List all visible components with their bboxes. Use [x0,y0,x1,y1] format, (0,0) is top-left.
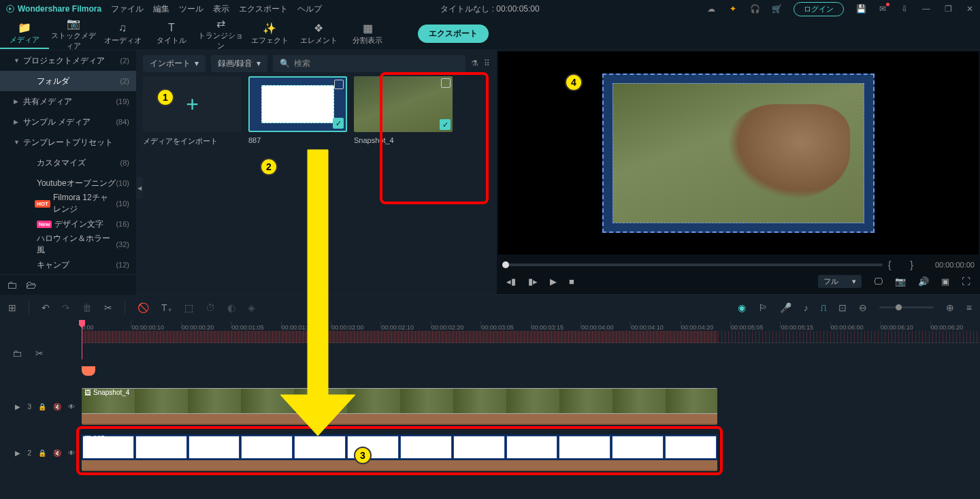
lock-icon[interactable]: 🔒 [38,449,46,457]
tab-split[interactable]: ▦分割表示 [343,19,392,48]
sidebar-item[interactable]: HOTFilmora 12チャレンジ(10) [0,193,136,214]
tab-media[interactable]: 📁メディア [0,18,49,49]
sidebar-item[interactable]: カスタマイズ(8) [0,152,136,173]
media-item-887[interactable]: ✓ 887 [248,76,347,146]
import-dropdown[interactable]: インポート▾ [143,55,206,72]
search-input[interactable]: 🔍検索 [273,55,466,72]
sidebar-item[interactable]: ▶サンプル メディア(84) [0,112,136,132]
notification-icon[interactable]: ✉ [878,4,887,14]
menu-export[interactable]: エクスポート [239,3,288,15]
keyframe-icon[interactable]: ◈ [248,302,255,313]
play-icon[interactable]: ▶ [550,276,557,287]
quality-select[interactable]: フル▾ [818,275,862,288]
timeline-media-icon[interactable]: 🗀 [12,348,22,359]
video-track-icon: ▶ [15,449,20,457]
close-icon[interactable]: ✕ [965,4,975,14]
record-dropdown[interactable]: 録画/録音▾ [211,55,267,72]
sidebar-item[interactable]: キャンプ(12) [0,255,136,275]
timeline-cut-icon[interactable]: ✂ [35,348,44,359]
volume-icon[interactable]: 🔊 [918,276,929,287]
sidebar-item[interactable]: Newデザイン文字(16) [0,214,136,234]
text-add-icon[interactable]: T₊ [161,302,172,313]
delete-icon[interactable]: 🗑 [82,302,92,313]
settings-icon[interactable]: ▣ [941,276,949,287]
crop-icon[interactable]: ⬚ [184,302,193,313]
filter-icon[interactable]: ⚗ [471,59,478,68]
mixer-icon[interactable]: ⎍ [821,302,826,313]
mic-icon[interactable]: 🎤 [780,302,791,313]
track-2-header[interactable]: ▶2 🔒 🔇 👁 [0,430,82,475]
render-icon[interactable]: ◉ [738,302,746,313]
menu-edit[interactable]: 編集 [153,3,169,15]
media-item-snapshot4[interactable]: ✓ Snapshot_4 [354,76,453,146]
display-icon[interactable]: 🖵 [874,276,883,287]
clip-887[interactable]: 🖼887 [82,434,717,471]
zoom-out-icon[interactable]: ⊖ [859,302,867,313]
menu-file[interactable]: ファイル [111,3,144,15]
track-3-header[interactable]: ▶3 🔒 🔇 👁 [0,384,82,429]
sidebar-item[interactable]: ハロウィン＆ホラー風(32) [0,234,136,255]
zoom-in-icon[interactable]: ⊕ [946,302,954,313]
save-icon[interactable]: 💾 [856,4,866,14]
clip-snapshot4[interactable]: 🖼Snapshot_4 [82,388,717,425]
music-icon: ♫ [98,22,147,34]
sidebar-item[interactable]: ▶共有メディア(19) [0,91,136,112]
tab-element[interactable]: ❖エレメント [294,19,343,48]
collapse-sidebar[interactable]: ◀ [136,177,143,199]
play-prev-icon[interactable]: ▮▸ [528,276,538,287]
menu-help[interactable]: ヘルプ [297,3,322,15]
cart-icon[interactable]: 🛒 [772,4,781,14]
minimize-icon[interactable]: — [921,4,931,14]
tab-transition[interactable]: ⇄トランジション [196,14,245,54]
media-panel: インポート▾ 録画/録音▾ 🔍検索 ⚗ ⠿ + メディアをインポート ✓ 887… [136,50,497,294]
download-icon[interactable]: ⇩ [900,4,909,14]
chevron-down-icon: ▾ [257,59,261,68]
sidebar-item[interactable]: ▼プロジェクトメディア(2) [0,50,136,71]
folder-icon[interactable]: 🗁 [26,279,37,291]
new-folder-icon[interactable]: 🗀 [7,279,18,291]
prev-frame-icon[interactable]: ◂▮ [506,276,516,287]
export-button[interactable]: エクスポート [418,25,489,43]
fullscreen-icon[interactable]: ⛶ [962,276,970,287]
audio-icon[interactable]: ♪ [804,302,808,313]
headphones-icon[interactable]: 🎧 [750,4,760,14]
marker-flag-icon[interactable]: 🏳 [758,302,768,313]
cloud-icon[interactable]: ☁ [706,4,716,14]
timeline-settings-icon[interactable]: ≡ [966,302,972,313]
menu-tools[interactable]: ツール [179,3,203,15]
lightbulb-icon[interactable]: ✦ [728,4,738,14]
login-button[interactable]: ログイン [794,2,844,16]
snapshot-icon[interactable]: 📷 [895,276,906,287]
menu-view[interactable]: 表示 [213,3,229,15]
redo-icon[interactable]: ↷ [62,302,70,313]
sidebar-item[interactable]: Youtubeオープニング(10) [0,173,136,193]
tab-effect[interactable]: ✨エフェクト [245,19,294,48]
transition-icon: ⇄ [196,17,245,29]
undo-icon[interactable]: ↶ [42,302,50,313]
hide-icon[interactable]: 👁 [68,449,75,457]
speed-icon[interactable]: ⏱ [206,302,215,313]
mute-icon[interactable]: 🔇 [53,403,61,411]
hide-icon[interactable]: 👁 [68,403,75,411]
stop-icon[interactable]: ■ [569,276,574,287]
fit-icon[interactable]: ⊡ [838,302,847,313]
sidebar-item[interactable]: フォルダ(2) [0,71,136,91]
project-title: タイトルなし : 00:00:05:00 [440,3,539,15]
mute-icon[interactable]: 🔇 [53,449,61,457]
tab-stock[interactable]: 📷ストックメディア [49,14,98,54]
sidebar-item[interactable]: ▼テンプレートプリセット [0,132,136,152]
maximize-icon[interactable]: ❐ [943,4,953,14]
color-icon[interactable]: ◐ [227,302,235,313]
zoom-slider[interactable] [879,306,934,308]
stamp-icon[interactable]: 🚫 [137,302,149,313]
mark-in-out[interactable]: { } [888,259,921,270]
playhead[interactable] [82,320,82,359]
tab-audio[interactable]: ♫オーディオ [98,19,147,48]
template-icon[interactable]: ⊞ [8,302,16,313]
import-media-tile[interactable]: + メディアをインポート [143,76,242,146]
tab-title[interactable]: Tタイトル [147,19,196,48]
lock-icon[interactable]: 🔒 [38,403,46,411]
scrub-bar[interactable] [502,263,883,266]
cut-icon[interactable]: ✂ [104,302,112,313]
grid-view-icon[interactable]: ⠿ [484,59,490,68]
